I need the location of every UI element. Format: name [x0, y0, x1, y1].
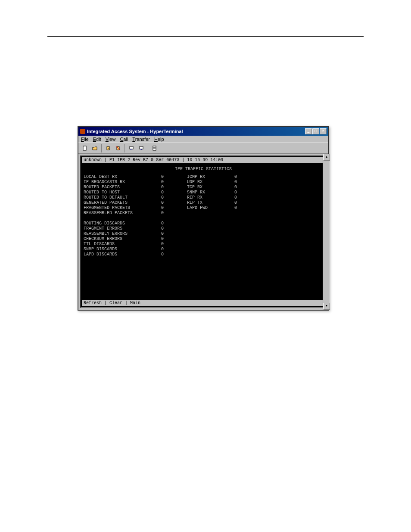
scroll-up-icon[interactable]: ▲: [323, 154, 330, 161]
terminal-title: IPR TRAFFIC STATISTICS: [81, 164, 326, 174]
vertical-scrollbar[interactable]: ▲ ▼: [323, 154, 329, 310]
minimize-button[interactable]: _: [305, 128, 312, 134]
stat-row: GENERATED PACKETS 0RIP TX 0: [84, 200, 323, 205]
properties-icon[interactable]: [150, 144, 159, 152]
window-title: Integrated Access System - HyperTerminal: [87, 129, 183, 134]
stat-row: IP BROADCASTS RX 0UDP RX 0: [84, 180, 323, 185]
stat-row: ROUTING DISCARDS 0: [84, 221, 323, 226]
stat-row: FRAGMENT ERRORS 0: [84, 226, 323, 231]
svg-rect-3: [130, 146, 133, 149]
menubar: File Edit View Call Transfer Help: [78, 136, 328, 143]
stat-row: REASSEMBLY ERRORS 0: [84, 231, 323, 236]
stat-row: CHECKSUM ERRORS 0: [84, 236, 323, 242]
stat-row: LOCAL DEST RX 0ICMP RX 0: [84, 174, 323, 180]
stat-row: TTL DISCARDS 0: [84, 242, 323, 247]
terminal-footer-menu[interactable]: Refresh | Clear | Main: [82, 300, 325, 306]
stats-block-2: ROUTING DISCARDS 0FRAGMENT ERRORS 0REASS…: [81, 221, 326, 257]
stat-row: ROUTED TO HOST 0SNMP RX 0: [84, 190, 323, 195]
stat-row: FRAGMENTED PACKETS 0LAPD FWD 0: [84, 205, 323, 211]
hyperterminal-window: Integrated Access System - HyperTerminal…: [78, 126, 329, 311]
menu-help[interactable]: Help: [154, 137, 164, 142]
svg-point-1: [108, 148, 109, 149]
stats-block-1: LOCAL DEST RX 0ICMP RX 0IP BROADCASTS RX…: [81, 174, 326, 216]
terminal-screen[interactable]: unknown | P1 IPR-2 Rev B7-0 Ser 00473 | …: [80, 156, 327, 308]
stat-row: ROUTED PACKETS 0TCP RX 0: [84, 185, 323, 190]
menu-transfer[interactable]: Transfer: [132, 137, 150, 142]
open-file-icon[interactable]: [90, 144, 100, 152]
menu-call[interactable]: Call: [120, 137, 128, 142]
menu-view[interactable]: View: [106, 137, 116, 142]
new-file-icon[interactable]: [80, 144, 90, 152]
terminal-status-header: unknown | P1 IPR-2 Rev B7-0 Ser 00473 | …: [82, 157, 325, 163]
close-button[interactable]: ×: [320, 128, 327, 134]
send-icon[interactable]: [127, 144, 136, 152]
svg-rect-4: [140, 146, 143, 149]
maximize-button[interactable]: □: [312, 128, 319, 134]
stat-row: SNMP DISCARDS 0: [84, 247, 323, 252]
receive-icon[interactable]: [137, 144, 146, 152]
page-divider: [47, 36, 364, 37]
titlebar[interactable]: Integrated Access System - HyperTerminal…: [78, 127, 328, 136]
app-icon: [80, 129, 85, 134]
disconnect-icon[interactable]: [113, 144, 123, 152]
stat-row: ROUTED TO DEFAULT 0RIP RX 0: [84, 195, 323, 200]
menu-file[interactable]: File: [81, 137, 89, 142]
svg-rect-0: [83, 146, 86, 150]
connect-icon[interactable]: [103, 144, 113, 152]
scroll-down-icon[interactable]: ▼: [323, 303, 330, 310]
toolbar: [78, 143, 328, 154]
menu-edit[interactable]: Edit: [93, 137, 101, 142]
stat-row: LAPD DISCARDS 0: [84, 252, 323, 257]
stat-row: REASSEMBLED PACKETS 0: [84, 211, 323, 216]
